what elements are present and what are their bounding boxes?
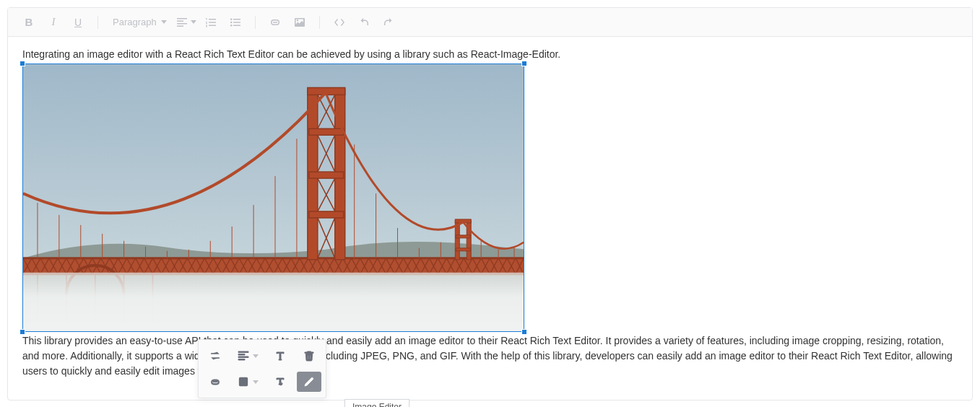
code-icon bbox=[334, 17, 345, 28]
golden-gate-image bbox=[23, 64, 524, 331]
image-alt-text-button[interactable] bbox=[268, 372, 292, 392]
align-icon bbox=[238, 350, 249, 362]
image-link-button[interactable] bbox=[203, 372, 227, 392]
paragraph-1[interactable]: Integrating an image editor with a React… bbox=[22, 47, 958, 62]
redo-button[interactable] bbox=[378, 12, 399, 33]
image-quick-toolbar bbox=[198, 339, 326, 398]
image-editor-tooltip: Image Editor bbox=[344, 399, 409, 407]
chevron-down-icon bbox=[191, 20, 196, 24]
toolbar-separator bbox=[97, 16, 98, 29]
editor-content[interactable]: Integrating an image editor with a React… bbox=[8, 37, 972, 390]
code-view-button[interactable] bbox=[329, 12, 350, 33]
ordered-list-icon bbox=[205, 17, 217, 28]
svg-rect-38 bbox=[23, 273, 524, 331]
underline-button[interactable]: U bbox=[67, 12, 89, 33]
image-remove-button[interactable] bbox=[297, 346, 321, 366]
image-align-dropdown[interactable] bbox=[232, 346, 264, 366]
svg-rect-10 bbox=[309, 211, 344, 218]
chevron-down-icon bbox=[253, 354, 259, 358]
resize-handle-sw[interactable] bbox=[19, 329, 25, 335]
align-dropdown[interactable] bbox=[175, 12, 197, 33]
image-button[interactable] bbox=[289, 12, 311, 33]
image-icon bbox=[294, 17, 305, 28]
unordered-list-icon bbox=[230, 17, 241, 28]
resize-handle-se[interactable] bbox=[521, 329, 527, 335]
svg-rect-8 bbox=[309, 128, 344, 135]
toolbar-separator bbox=[255, 16, 256, 29]
bold-button[interactable]: B bbox=[18, 12, 40, 33]
paragraph-2[interactable]: This library provides an easy-to-use API… bbox=[22, 333, 958, 379]
svg-point-0 bbox=[230, 18, 233, 20]
replace-image-button[interactable] bbox=[203, 346, 227, 366]
unordered-list-button[interactable] bbox=[225, 12, 246, 33]
undo-button[interactable] bbox=[353, 12, 375, 33]
image-editor-button[interactable] bbox=[297, 372, 321, 392]
svg-rect-9 bbox=[309, 172, 344, 178]
alt-text-icon bbox=[274, 376, 286, 388]
svg-rect-15 bbox=[456, 248, 470, 251]
svg-point-1 bbox=[230, 21, 233, 23]
selected-image[interactable] bbox=[22, 64, 524, 332]
link-icon bbox=[269, 17, 281, 28]
toolbar-separator bbox=[319, 16, 320, 29]
redo-icon bbox=[383, 17, 394, 28]
link-icon bbox=[209, 376, 221, 388]
image-display-dropdown[interactable] bbox=[232, 372, 264, 392]
align-left-icon bbox=[176, 17, 188, 28]
trash-icon bbox=[303, 350, 315, 362]
image-caption-button[interactable] bbox=[268, 346, 292, 366]
svg-point-2 bbox=[230, 25, 233, 27]
text-icon bbox=[274, 350, 286, 362]
image-toolbar-row-2 bbox=[203, 369, 321, 395]
svg-rect-39 bbox=[239, 378, 247, 386]
chevron-down-icon bbox=[253, 380, 259, 384]
display-icon bbox=[238, 376, 249, 388]
format-dropdown[interactable]: Paragraph bbox=[107, 12, 173, 33]
format-label: Paragraph bbox=[113, 17, 157, 27]
pencil-icon bbox=[303, 376, 315, 388]
main-toolbar: B I U Paragraph bbox=[8, 8, 972, 37]
chevron-down-icon bbox=[161, 20, 167, 24]
image-toolbar-row-1 bbox=[203, 343, 321, 369]
svg-rect-14 bbox=[456, 235, 470, 238]
ordered-list-button[interactable] bbox=[200, 12, 222, 33]
replace-icon bbox=[209, 350, 221, 362]
rich-text-editor: B I U Paragraph bbox=[7, 7, 973, 401]
italic-button[interactable]: I bbox=[43, 12, 64, 33]
resize-handle-ne[interactable] bbox=[521, 61, 527, 66]
undo-icon bbox=[358, 17, 370, 28]
link-button[interactable] bbox=[264, 12, 286, 33]
resize-handle-nw[interactable] bbox=[19, 61, 25, 66]
